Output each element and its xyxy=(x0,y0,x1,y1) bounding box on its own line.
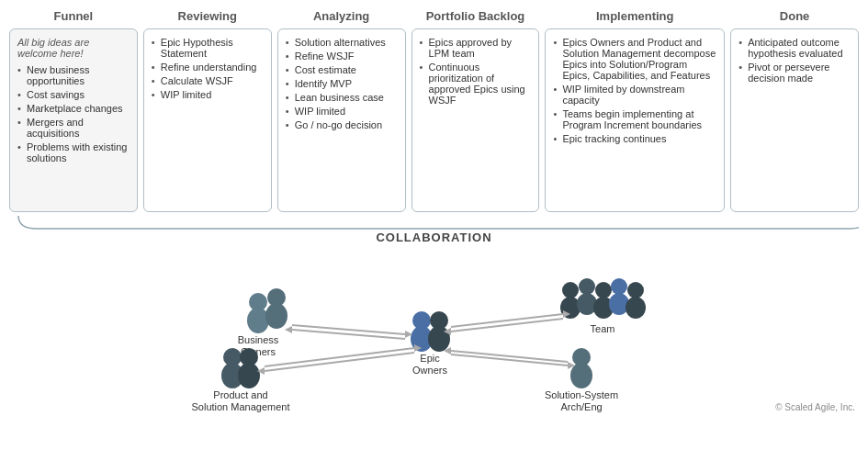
collaboration-area: Business Owners Team Epic Owners xyxy=(9,252,859,412)
implementing-title: Implementing xyxy=(545,9,725,23)
svg-point-20 xyxy=(428,326,450,352)
list-item: Epics approved by LPM team xyxy=(420,37,532,59)
list-item: WIP limited by downstream capacity xyxy=(553,84,716,106)
analyzing-list: Solution alternatives Refine WSJF Cost e… xyxy=(286,37,398,130)
funnel-list: New business opportunities Cost savings … xyxy=(17,64,130,163)
done-box: Anticipated outcome hypothesis evaluated… xyxy=(730,28,859,212)
reviewing-title: Reviewing xyxy=(143,9,272,23)
list-item: Cost estimate xyxy=(286,64,398,75)
list-item: Epics Owners and Product and Solution Ma… xyxy=(553,37,716,81)
reviewing-column: Reviewing Epic Hypothesis Statement Refi… xyxy=(143,9,272,212)
svg-text:Product and: Product and xyxy=(213,389,267,400)
funnel-title: Funnel xyxy=(9,9,138,23)
svg-point-26 xyxy=(238,363,260,388)
list-item: Go / no-go decision xyxy=(286,119,398,130)
top-section: Funnel All big ideas are welcome here! N… xyxy=(0,0,868,212)
list-item: Continuous prioritization of approved Ep… xyxy=(420,62,532,106)
svg-point-15 xyxy=(626,297,646,319)
list-item: Mergers and acquisitions xyxy=(17,117,130,139)
funnel-italic-text: All big ideas are welcome here! xyxy=(17,37,130,59)
list-item: Epic Hypothesis Statement xyxy=(152,37,264,59)
svg-point-1 xyxy=(247,308,269,333)
list-item: Epic tracking continues xyxy=(553,133,716,144)
collaboration-diagram: Business Owners Team Epic Owners xyxy=(21,252,848,412)
implementing-list: Epics Owners and Product and Solution Ma… xyxy=(553,37,716,144)
portfolio-backlog-box: Epics approved by LPM team Continuous pr… xyxy=(411,28,540,212)
svg-text:Arch/Eng: Arch/Eng xyxy=(560,401,602,412)
list-item: Cost savings xyxy=(17,89,130,100)
analyzing-column: Analyzing Solution alternatives Refine W… xyxy=(277,9,406,212)
portfolio-backlog-list: Epics approved by LPM team Continuous pr… xyxy=(420,37,532,106)
done-title: Done xyxy=(730,9,859,23)
portfolio-backlog-column: Portfolio Backlog Epics approved by LPM … xyxy=(411,9,540,212)
analyzing-box: Solution alternatives Refine WSJF Cost e… xyxy=(277,28,406,212)
list-item: WIP limited xyxy=(152,89,264,100)
bracket-container xyxy=(0,214,868,230)
bracket-svg xyxy=(9,214,859,230)
implementing-column: Implementing Epics Owners and Product an… xyxy=(545,9,725,212)
svg-text:Owners: Owners xyxy=(412,365,447,376)
reviewing-box: Epic Hypothesis Statement Refine underst… xyxy=(143,28,272,212)
svg-point-30 xyxy=(570,363,592,388)
portfolio-backlog-title: Portfolio Backlog xyxy=(411,9,540,23)
svg-point-14 xyxy=(627,282,644,298)
svg-point-8 xyxy=(579,278,595,295)
funnel-column: Funnel All big ideas are welcome here! N… xyxy=(9,9,138,212)
implementing-box: Epics Owners and Product and Solution Ma… xyxy=(545,28,725,212)
svg-text:Solution-System: Solution-System xyxy=(544,389,617,400)
list-item: Calculate WSJF xyxy=(152,75,264,86)
list-item: Anticipated outcome hypothesis evaluated xyxy=(738,37,851,59)
list-item: Identify MVP xyxy=(286,78,398,89)
svg-point-12 xyxy=(611,278,627,295)
list-item: WIP limited xyxy=(286,106,398,117)
svg-text:Solution Management: Solution Management xyxy=(191,401,289,412)
copyright-text: © Scaled Agile, Inc. xyxy=(775,402,855,412)
svg-line-33 xyxy=(292,325,405,334)
svg-marker-36 xyxy=(285,326,292,333)
svg-text:Team: Team xyxy=(590,323,614,334)
svg-text:Epic: Epic xyxy=(420,353,440,364)
svg-point-6 xyxy=(562,282,579,298)
list-item: Lean business case xyxy=(286,92,398,103)
svg-line-43 xyxy=(265,353,414,371)
list-item: Refine WSJF xyxy=(286,51,398,62)
funnel-box: All big ideas are welcome here! New busi… xyxy=(9,28,138,212)
list-item: Marketplace changes xyxy=(17,103,130,114)
list-item: New business opportunities xyxy=(17,64,130,86)
list-item: Problems with existing solutions xyxy=(17,141,130,163)
svg-point-3 xyxy=(265,303,287,329)
reviewing-list: Epic Hypothesis Statement Refine underst… xyxy=(152,37,264,100)
list-item: Solution alternatives xyxy=(286,37,398,48)
list-item: Teams begin implementing at Program Incr… xyxy=(553,108,716,130)
list-item: Pivot or persevere decision made xyxy=(738,62,851,84)
svg-line-41 xyxy=(265,348,414,366)
collaboration-title: COLLABORATION xyxy=(9,230,859,244)
analyzing-title: Analyzing xyxy=(277,9,406,23)
bottom-section: COLLABORATION Business Owners xyxy=(0,230,868,416)
done-list: Anticipated outcome hypothesis evaluated… xyxy=(738,37,851,84)
list-item: Refine understanding xyxy=(152,62,264,73)
svg-line-35 xyxy=(292,330,405,339)
done-column: Done Anticipated outcome hypothesis eval… xyxy=(730,9,859,212)
svg-point-10 xyxy=(595,282,612,298)
svg-text:Business: Business xyxy=(237,334,278,345)
